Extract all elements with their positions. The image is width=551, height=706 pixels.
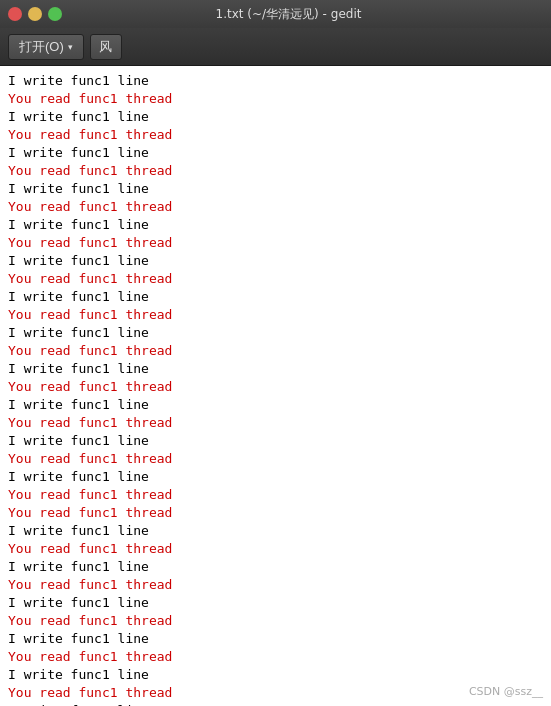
close-button[interactable] <box>8 7 22 21</box>
minimize-button[interactable] <box>28 7 42 21</box>
list-item: I write func1 line <box>8 180 543 198</box>
save-button[interactable]: 风 <box>90 34 122 60</box>
list-item: I write func1 line <box>8 108 543 126</box>
list-item: You read func1 thread <box>8 486 543 504</box>
list-item: I write func1 line <box>8 702 543 706</box>
list-item: I write func1 line <box>8 522 543 540</box>
list-item: You read func1 thread <box>8 162 543 180</box>
list-item: You read func1 thread <box>8 234 543 252</box>
list-item: You read func1 thread <box>8 306 543 324</box>
dropdown-arrow-icon: ▾ <box>68 42 73 52</box>
list-item: You read func1 thread <box>8 450 543 468</box>
list-item: You read func1 thread <box>8 684 543 702</box>
list-item: You read func1 thread <box>8 126 543 144</box>
open-label: 打开(O) <box>19 38 64 56</box>
list-item: I write func1 line <box>8 666 543 684</box>
list-item: I write func1 line <box>8 558 543 576</box>
list-item: I write func1 line <box>8 396 543 414</box>
list-item: I write func1 line <box>8 468 543 486</box>
list-item: You read func1 thread <box>8 270 543 288</box>
list-item: You read func1 thread <box>8 198 543 216</box>
list-item: You read func1 thread <box>8 378 543 396</box>
open-button[interactable]: 打开(O) ▾ <box>8 34 84 60</box>
list-item: You read func1 thread <box>8 414 543 432</box>
maximize-button[interactable] <box>48 7 62 21</box>
list-item: I write func1 line <box>8 360 543 378</box>
list-item: You read func1 thread <box>8 576 543 594</box>
list-item: You read func1 thread <box>8 612 543 630</box>
list-item: I write func1 line <box>8 252 543 270</box>
list-item: You read func1 thread <box>8 540 543 558</box>
list-item: I write func1 line <box>8 324 543 342</box>
list-item: I write func1 line <box>8 432 543 450</box>
watermark: CSDN @ssz__ <box>469 685 543 698</box>
list-item: I write func1 line <box>8 288 543 306</box>
list-item: I write func1 line <box>8 630 543 648</box>
title-bar: 1.txt (~/华清远见) - gedit <box>0 0 551 28</box>
list-item: You read func1 thread <box>8 90 543 108</box>
list-item: I write func1 line <box>8 144 543 162</box>
list-item: You read func1 thread <box>8 342 543 360</box>
list-item: You read func1 thread <box>8 504 543 522</box>
list-item: I write func1 line <box>8 594 543 612</box>
editor-area[interactable]: I write func1 lineYou read func1 threadI… <box>0 66 551 706</box>
window-title: 1.txt (~/华清远见) - gedit <box>68 6 509 23</box>
toolbar: 打开(O) ▾ 风 <box>0 28 551 66</box>
list-item: I write func1 line <box>8 216 543 234</box>
list-item: You read func1 thread <box>8 648 543 666</box>
list-item: I write func1 line <box>8 72 543 90</box>
